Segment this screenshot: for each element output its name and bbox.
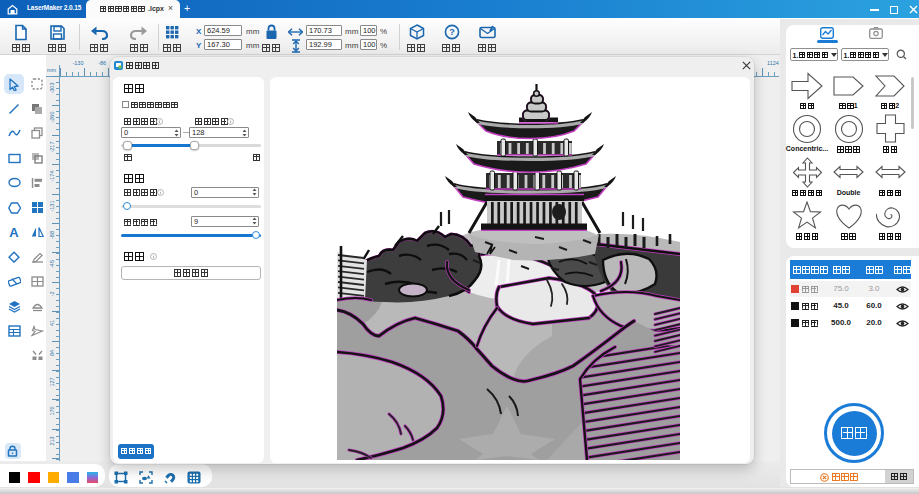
svg-text:?: ? xyxy=(449,27,455,37)
svg-text:A: A xyxy=(9,226,19,238)
